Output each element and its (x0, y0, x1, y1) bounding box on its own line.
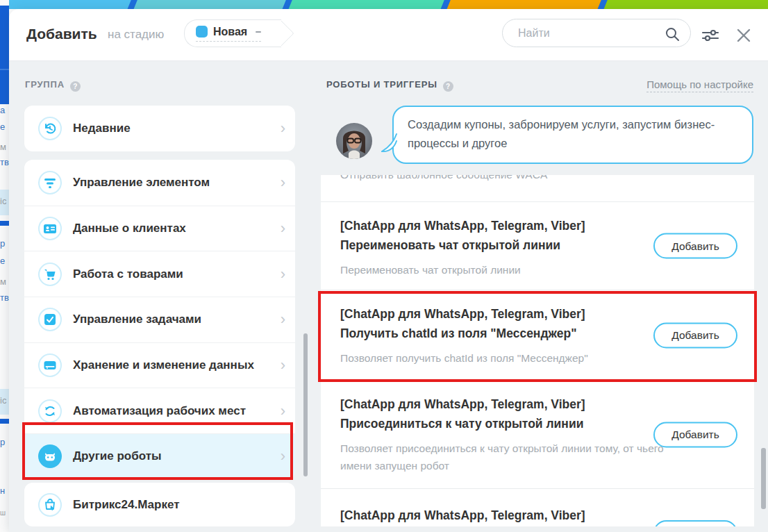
chevron-right-icon: › (281, 449, 285, 463)
sidebar-item-element-management[interactable]: Управление элементом › (24, 160, 295, 206)
kanban-stage-segment (132, 0, 287, 9)
group-section-header: ГРУППА? (25, 78, 81, 92)
task-check-icon (38, 308, 62, 331)
backdrop-text-fragment: м (0, 142, 9, 152)
add-robot-button[interactable]: Добавить (653, 520, 737, 526)
robot-row-rename-chat: [ChatApp для WhatsApp, Telegram, Viber] … (321, 201, 754, 290)
help-icon[interactable]: ? (443, 81, 453, 92)
sidebar-item-bitrix24-market[interactable]: Битрикс24.Маркет (24, 483, 295, 526)
sidebar-item-client-data[interactable]: Данные о клиентах › (24, 206, 295, 251)
backdrop-left-menu-divider (0, 69, 9, 70)
backdrop-text-fragment: е (0, 122, 9, 132)
backdrop-text-fragment: м (0, 276, 9, 287)
robot-title: [ChatApp для WhatsApp, Telegram, Viber] … (340, 394, 660, 433)
assistant-message-bubble: Создадим купоны, забронируем услуги, зап… (392, 106, 753, 164)
kanban-stage-strip (0, 0, 768, 9)
sidebar-item-label: Недавние (73, 122, 131, 135)
search-input[interactable] (517, 25, 656, 42)
stage-label: Новая (213, 26, 247, 38)
robot-title-line2: Переименовать чат открытой линии (340, 235, 660, 255)
clipped-robot-description: Отправить шаблонное сообщение WACA (340, 175, 547, 181)
assistant-avatar (336, 123, 372, 159)
backdrop-selected-bar (0, 221, 9, 226)
group-section-label: ГРУППА (25, 79, 65, 90)
sidebar-item-recent[interactable]: Недавние › (24, 106, 295, 151)
robot-description: Переименовать чат открытой линии (340, 261, 667, 279)
chevron-right-icon: › (281, 358, 285, 372)
sidebar-item-tasks[interactable]: Управление задачами › (24, 297, 295, 342)
sidebar-scrollbar[interactable] (303, 333, 308, 476)
robot-list-scrollbar[interactable] (761, 448, 766, 509)
robots-section-label: РОБОТЫ И ТРИГГЕРЫ (326, 79, 437, 90)
robot-title-line1: [ChatApp для WhatsApp, Telegram, Viber] (340, 506, 660, 525)
stage-selector[interactable]: Новая (184, 19, 281, 47)
add-robot-dialog: Добавить на стадию Новая (9, 9, 768, 532)
filter-settings-icon[interactable] (701, 27, 719, 47)
stage-color-icon (196, 26, 208, 38)
robot-description: Позволяет получить chatId из поля "Мессе… (340, 349, 667, 367)
robot-list: Отправить шаблонное сообщение WACA [Chat… (321, 175, 754, 526)
backdrop-text-fragment: н (0, 485, 9, 496)
search-box (502, 19, 691, 47)
robot-title-line1: [ChatApp для WhatsApp, Telegram, Viber] (340, 304, 660, 324)
backdrop-left-sliver: а е м тв іс р е м тв іс р н ш (0, 0, 9, 532)
setup-help-link[interactable]: Помощь по настройке (646, 78, 753, 92)
chevron-right-icon: › (281, 267, 285, 281)
database-icon (38, 354, 62, 377)
sidebar-item-label: Хранение и изменение данных (73, 358, 254, 372)
backdrop-text-fragment: іс (0, 395, 9, 406)
chevron-down-icon (256, 31, 261, 33)
robot-rows: [ChatApp для WhatsApp, Telegram, Viber] … (321, 201, 754, 526)
robot-title: [ChatApp для WhatsApp, Telegram, Viber] … (340, 216, 660, 255)
add-robot-button[interactable]: Добавить (653, 422, 737, 447)
dialog-title: Добавить (26, 26, 97, 42)
contact-card-icon (38, 217, 62, 240)
robot-title: [ChatApp для WhatsApp, Telegram, Viber] … (340, 304, 660, 343)
backdrop-selected-bar (0, 419, 9, 424)
backdrop-text-fragment: тв (0, 292, 9, 303)
sidebar-item-workflow-automation[interactable]: Автоматизация рабочих мест › (24, 388, 295, 433)
robot-title-line2: Присоединиться к чату открытой линии (340, 414, 660, 433)
sidebar-item-label: Битрикс24.Маркет (73, 498, 179, 512)
kanban-stage-segment (287, 0, 445, 9)
add-robot-button[interactable]: Добавить (653, 322, 737, 348)
backdrop-text-fragment: тв (0, 157, 9, 167)
robot-icon (38, 444, 62, 468)
backdrop-text-fragment: р (0, 437, 9, 447)
chevron-right-icon: › (281, 313, 285, 326)
screen: а е м тв іс р е м тв іс р н ш Добавить н… (0, 0, 768, 532)
assistant-message-text: Создадим купоны, забронируем услуги, зап… (408, 115, 738, 153)
sidebar-item-label: Данные о клиентах (73, 222, 186, 235)
search-icon[interactable] (664, 26, 681, 45)
speech-bubble-tail (381, 133, 398, 158)
stage-selector-inner: Новая (196, 26, 261, 42)
backdrop-text-fragment: іс (0, 196, 9, 206)
add-robot-button[interactable]: Добавить (653, 233, 737, 259)
kanban-stage-segment (602, 0, 768, 9)
sidebar-item-data-storage[interactable]: Хранение и изменение данных › (24, 342, 295, 388)
sidebar-item-label: Работа с товарами (73, 267, 183, 281)
history-icon (38, 117, 62, 140)
sidebar-item-label: Автоматизация рабочих мест (73, 404, 246, 418)
help-icon[interactable]: ? (70, 81, 81, 92)
backdrop-text-fragment: а (0, 105, 9, 115)
close-icon[interactable] (736, 28, 751, 46)
sidebar-card-market: Битрикс24.Маркет (24, 483, 295, 526)
backdrop-text-fragment: ш (0, 508, 9, 518)
automation-icon (38, 399, 62, 423)
robot-row-get-chatid: [ChatApp для WhatsApp, Telegram, Viber] … (321, 290, 754, 380)
dialog-subtitle: на стадию (108, 28, 164, 42)
sidebar-card-recent: Недавние › (24, 106, 295, 151)
sidebar-item-label: Управление элементом (73, 176, 210, 190)
sidebar-item-products[interactable]: Работа с товарами › (24, 251, 295, 297)
robot-title-line1: [ChatApp для WhatsApp, Telegram, Viber] (340, 394, 660, 414)
backdrop-left-menu (0, 6, 9, 104)
sidebar-item-other-robots[interactable]: Другие роботы › (24, 433, 295, 479)
kanban-stage-segment (445, 0, 602, 9)
backdrop-text-fragment: е (0, 256, 9, 266)
cart-icon (38, 263, 62, 286)
filter-icon (38, 171, 62, 194)
robot-title-line2: Получить chatId из поля "Мессенджер" (340, 324, 660, 343)
robot-title-line1: [ChatApp для WhatsApp, Telegram, Viber] (340, 216, 660, 235)
chevron-right-icon: › (281, 122, 285, 135)
